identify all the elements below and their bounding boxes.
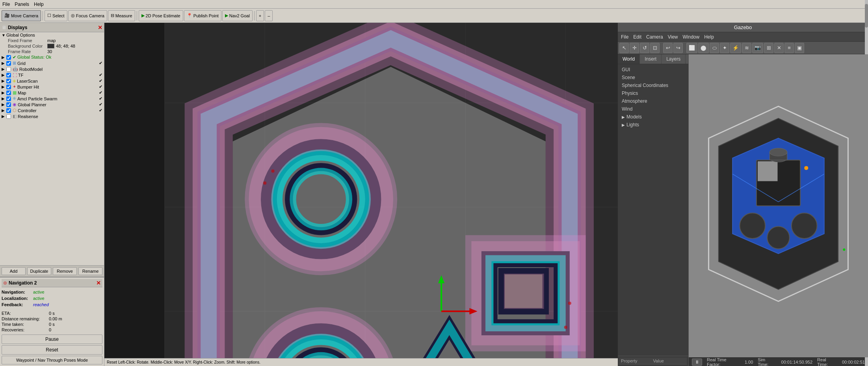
distance-row: Distance remaining: 0.00 m	[2, 316, 102, 321]
copy-btn[interactable]: ⊞	[764, 43, 773, 53]
spherical-item[interactable]: Spherical Coordinates	[619, 81, 687, 89]
map-viewport[interactable]	[104, 23, 618, 358]
gazebo-menu-help[interactable]: Help	[704, 34, 714, 40]
duplicate-display-btn[interactable]: Duplicate	[27, 267, 51, 275]
gazebo-menu-window[interactable]: Window	[683, 34, 700, 40]
map-cb[interactable]	[6, 91, 11, 95]
world-stats-btn[interactable]: ≡	[784, 43, 794, 53]
realsense-item[interactable]: ▶ ◧ Realsense	[0, 113, 104, 119]
layers-tab[interactable]: Layers	[662, 54, 686, 64]
translate-btn[interactable]: ✛	[630, 43, 639, 53]
atmosphere-item[interactable]: Atmosphere	[619, 97, 687, 105]
measure-btn[interactable]: ⊟ Measure	[108, 10, 135, 21]
displays-close-btn[interactable]: ✕	[98, 24, 102, 31]
gazebo-3d-viewport[interactable]	[689, 54, 868, 357]
bumper-hit-cb[interactable]	[6, 85, 11, 89]
gazebo-menu-camera[interactable]: Camera	[646, 34, 663, 40]
lights-item[interactable]: ▶ Lights	[619, 121, 687, 129]
spot-light-btn[interactable]: ⚡	[730, 43, 741, 53]
camera-tool-btn[interactable]: 📷	[752, 43, 763, 53]
global-status-cb[interactable]	[6, 55, 11, 60]
grid-cb[interactable]	[6, 61, 11, 66]
frame-rate-item[interactable]: Frame Rate 30	[0, 49, 104, 54]
waypoint-btn[interactable]: Waypoint / Nav Through Poses Mode	[2, 356, 102, 364]
map-item[interactable]: ▶ ▦ Map ✔	[0, 90, 104, 96]
map-svg	[104, 23, 618, 358]
grid-item[interactable]: ▶ ⊞ Grid ✔	[0, 60, 104, 66]
box-btn[interactable]: ⬜	[686, 43, 697, 53]
amcl-item[interactable]: ▶ ⁜ Amcl Particle Swarm ✔	[0, 96, 104, 102]
controller-cb[interactable]	[6, 108, 11, 113]
gui-item[interactable]: GUI	[619, 66, 687, 74]
realsense-cb[interactable]	[6, 114, 11, 119]
delete-btn[interactable]: ✕	[774, 43, 784, 53]
fixed-frame-item[interactable]: Fixed Frame map	[0, 38, 104, 43]
bumper-hit-item[interactable]: ▶ ✦ Bumper Hit ✔	[0, 84, 104, 90]
screenshot-btn[interactable]: ▣	[795, 43, 804, 53]
tf-item[interactable]: ▶ ⛶ TF ✔	[0, 72, 104, 78]
gazebo-menu-file[interactable]: File	[621, 34, 628, 40]
models-item[interactable]: ▶ Models	[619, 113, 687, 121]
amcl-cb[interactable]	[6, 96, 11, 101]
remove-display-btn[interactable]: Remove	[53, 267, 77, 275]
rename-display-btn[interactable]: Rename	[78, 267, 102, 275]
robot-model-item[interactable]: ▶ 🤖 RobotModel	[0, 66, 104, 72]
planner-arrow-icon: ▶	[2, 102, 6, 107]
bumper-hit-label: Bumper Hit	[17, 85, 39, 89]
bg-color-item[interactable]: Background Color 48; 48; 48	[0, 43, 104, 49]
tf-arrow-icon: ▶	[2, 73, 6, 77]
menu-panels[interactable]: Panels	[15, 2, 29, 7]
gazebo-menu-edit[interactable]: Edit	[633, 34, 641, 40]
add-display-btn[interactable]: Add	[2, 267, 26, 275]
navigation-row: Navigation: active	[2, 290, 102, 294]
svg-point-59	[263, 181, 266, 185]
global-planner-cb[interactable]	[6, 102, 11, 107]
dir-light-btn[interactable]: ≋	[742, 43, 751, 53]
gui-label: GUI	[622, 67, 630, 72]
reset-btn[interactable]: Reset	[2, 345, 102, 355]
gazebo-menu-view[interactable]: View	[668, 34, 678, 40]
laser-scan-item[interactable]: ▶ ◈ LaserScan ✔	[0, 78, 104, 84]
cylinder-btn[interactable]: ⬭	[710, 43, 719, 53]
tf-cb[interactable]	[6, 73, 11, 78]
pause-btn[interactable]: Pause	[2, 335, 102, 344]
menu-help[interactable]: Help	[34, 2, 44, 7]
focus-camera-btn[interactable]: ◎ Focus Camera	[68, 10, 107, 21]
sphere-btn[interactable]: ⬤	[698, 43, 709, 53]
rotate-btn[interactable]: ↺	[640, 43, 649, 53]
world-tab[interactable]: World	[618, 54, 640, 64]
pose-estimate-btn[interactable]: ▶ 2D Pose Estimate	[139, 10, 183, 21]
add-tool-btn[interactable]: +	[256, 10, 264, 21]
controller-item[interactable]: ▶ ⬡ Controller ✔	[0, 107, 104, 113]
gazebo-content: World Insert Layers GUI Scene Spherical …	[618, 54, 868, 366]
nav2-close-btn[interactable]: ✕	[96, 280, 101, 286]
move-camera-btn[interactable]: 🎥 Move Camera	[2, 10, 41, 21]
insert-tab[interactable]: Insert	[640, 54, 662, 64]
lights-label: Lights	[626, 122, 639, 128]
publish-point-btn[interactable]: 📍 Publish Point	[184, 10, 221, 21]
laser-scan-cb[interactable]	[6, 79, 11, 83]
global-status-item[interactable]: ▶ ✔ Global Status: Ok	[0, 54, 104, 60]
point-light-btn[interactable]: ✦	[720, 43, 729, 53]
select-mode-btn[interactable]: ↖	[619, 43, 629, 53]
menu-file[interactable]: File	[2, 2, 10, 7]
svg-point-72	[767, 227, 790, 249]
robot-model-cb[interactable]	[6, 67, 11, 72]
arrow-icon: ▶	[141, 13, 145, 18]
select-btn[interactable]: ☐ Select	[45, 10, 67, 21]
undo-btn[interactable]: ↩	[663, 43, 673, 53]
nav2-goal-btn[interactable]: ▶ Nav2 Goal	[222, 10, 253, 21]
scale-btn[interactable]: ⊡	[650, 43, 660, 53]
feedback-value: reached	[33, 302, 49, 307]
global-options-item[interactable]: ▼ Global Options	[0, 32, 104, 38]
bg-color-label: Background Color	[8, 44, 47, 48]
focus-icon: ◎	[71, 13, 75, 18]
redo-btn[interactable]: ↪	[673, 43, 683, 53]
global-planner-item[interactable]: ▶ ◉ Global Planner ✔	[0, 102, 104, 107]
scene-item[interactable]: Scene	[619, 74, 687, 81]
controller-label: Controller	[18, 108, 37, 113]
physics-item[interactable]: Physics	[619, 89, 687, 97]
wind-item[interactable]: Wind	[619, 105, 687, 113]
gazebo-pause-btn[interactable]: ⏸	[692, 359, 702, 366]
remove-tool-btn[interactable]: –	[265, 10, 273, 21]
